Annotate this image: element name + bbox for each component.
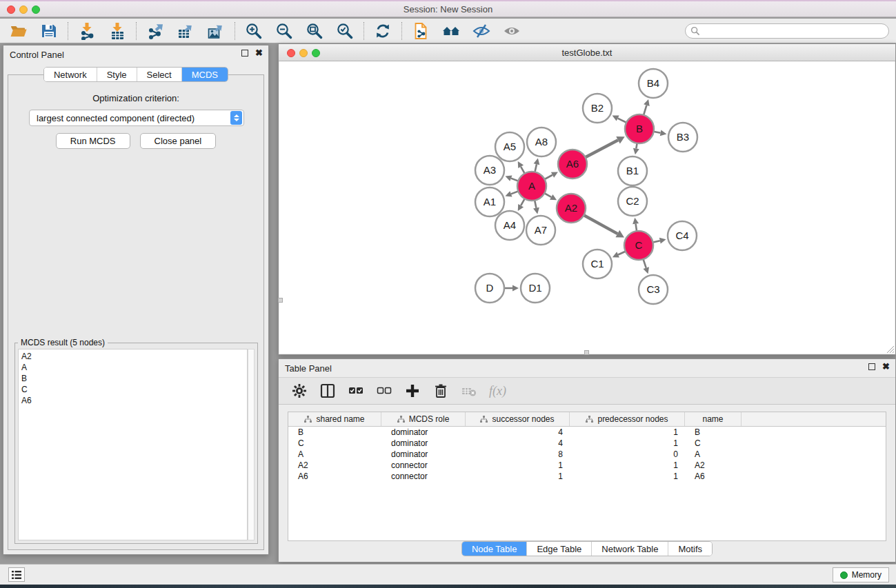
table-row[interactable]: Cdominator41C — [288, 438, 886, 449]
table-cell: 1 — [466, 471, 570, 482]
delete-table-icon[interactable] — [461, 383, 477, 399]
birds-eye-view-icon[interactable] — [503, 22, 521, 40]
network-window-titlebar[interactable]: testGlobe.txt — [279, 44, 895, 61]
close-panel-icon[interactable]: ✖ — [255, 50, 263, 57]
close-panel-button[interactable]: Close panel — [140, 133, 217, 149]
float-panel-icon[interactable] — [241, 50, 248, 57]
node-label-A8: A8 — [535, 136, 548, 148]
open-file-icon[interactable] — [10, 22, 28, 40]
table-cell: 4 — [466, 438, 570, 449]
import-table-icon[interactable] — [108, 22, 126, 40]
optimization-criterion-dropdown[interactable]: largest connected component (directed) — [29, 110, 244, 126]
node-label-A5: A5 — [504, 141, 516, 152]
table-row[interactable]: A6connector11A6 — [288, 471, 886, 482]
save-session-icon[interactable] — [40, 22, 58, 40]
zoom-selected-icon[interactable] — [336, 22, 354, 40]
select-all-checkboxes-icon[interactable] — [348, 383, 364, 399]
column-header-successor-nodes[interactable]: successor nodes — [466, 412, 570, 426]
table-cell: connector — [381, 471, 466, 482]
export-network-icon[interactable] — [146, 22, 164, 40]
node-label-A: A — [528, 180, 535, 192]
dropdown-stepper-icon — [230, 111, 242, 125]
column-label: predecessor nodes — [597, 414, 668, 424]
result-item[interactable]: A6 — [21, 395, 247, 406]
float-table-panel-icon[interactable] — [868, 363, 875, 370]
new-network-from-selection-icon[interactable] — [412, 22, 430, 40]
column-header-predecessor-nodes[interactable]: predecessor nodes — [570, 412, 685, 426]
node-label-C: C — [635, 239, 643, 251]
table-cell: A — [288, 449, 381, 460]
tab-node-table[interactable]: Node Table — [462, 542, 527, 556]
refresh-layout-icon[interactable] — [374, 22, 392, 40]
table-cell: C — [685, 438, 741, 449]
left-splitter-handle[interactable] — [278, 298, 283, 303]
deselect-all-checkboxes-icon[interactable] — [376, 383, 392, 399]
hide-graphics-details-icon[interactable] — [472, 22, 490, 40]
node-label-B2: B2 — [591, 102, 604, 114]
tab-edge-table[interactable]: Edge Table — [526, 542, 591, 556]
column-label: MCDS role — [409, 414, 450, 424]
close-table-panel-icon[interactable]: ✖ — [882, 363, 890, 370]
add-column-icon[interactable] — [404, 383, 421, 399]
import-network-icon[interactable] — [78, 22, 96, 40]
export-table-icon[interactable] — [177, 22, 195, 40]
zoom-fit-icon[interactable] — [306, 22, 323, 40]
tab-style[interactable]: Style — [97, 68, 137, 81]
tab-network[interactable]: Network — [44, 68, 97, 81]
table-panel-title: Table Panel — [285, 363, 332, 374]
table-cell: A — [685, 449, 741, 460]
zoom-in-icon[interactable] — [245, 22, 263, 40]
table-row[interactable]: Bdominator41B — [288, 427, 886, 438]
result-list-scrollbar[interactable] — [248, 349, 255, 540]
export-image-icon[interactable] — [207, 22, 225, 40]
table-cell: 8 — [466, 449, 570, 460]
column-header-MCDS-role[interactable]: MCDS role — [381, 412, 466, 426]
network-canvas[interactable]: B4B2BB3A8A5A6A3B1AA1C2A2A4A7C4CC1C3DD1 — [279, 61, 895, 354]
tab-network-table[interactable]: Network Table — [591, 542, 668, 556]
table-cell: A2 — [685, 460, 741, 471]
node-label-C4: C4 — [675, 230, 688, 241]
node-label-A6: A6 — [566, 158, 579, 170]
result-item[interactable]: B — [21, 373, 247, 384]
bottom-splitter-handle[interactable] — [584, 350, 589, 355]
show-home-panels-icon[interactable] — [442, 22, 460, 40]
zoom-out-icon[interactable] — [275, 22, 293, 40]
result-item[interactable]: A2 — [21, 351, 247, 362]
table-cell: dominator — [381, 427, 466, 438]
result-item[interactable]: C — [21, 384, 247, 395]
node-label-A4: A4 — [504, 219, 516, 231]
table-row[interactable]: A2connector11A2 — [288, 460, 886, 471]
delete-column-icon[interactable] — [432, 383, 449, 399]
node-label-A1: A1 — [484, 196, 496, 207]
run-mcds-button[interactable]: Run MCDS — [56, 133, 130, 149]
edge-arrowhead — [644, 99, 650, 106]
network-graph[interactable]: B4B2BB3A8A5A6A3B1AA1C2A2A4A7C4CC1C3DD1 — [279, 61, 895, 354]
table-panel-tabs: Node TableEdge TableNetwork TableMotifs — [461, 541, 713, 556]
result-item[interactable]: A — [21, 362, 247, 373]
tab-select[interactable]: Select — [137, 68, 181, 81]
memory-button[interactable]: Memory — [833, 567, 889, 582]
search-input[interactable] — [685, 23, 889, 39]
hierarchy-icon — [480, 416, 488, 423]
mcds-result-list[interactable]: A2ABCA6 — [18, 349, 248, 540]
main-toolbar — [0, 19, 896, 43]
show-columns-icon[interactable] — [319, 383, 336, 399]
table-settings-icon[interactable] — [291, 383, 308, 399]
hierarchy-icon — [397, 416, 405, 423]
network-view-window: testGlobe.txt B4B2BB3A8A5A6A3B1AA1C2A2A4… — [278, 43, 896, 355]
tab-mcds[interactable]: MCDS — [181, 68, 228, 81]
node-label-C1: C1 — [590, 258, 604, 270]
table-row[interactable]: Adominator80A — [288, 449, 886, 460]
table-cell: 1 — [570, 438, 685, 449]
table-cell: dominator — [381, 449, 466, 460]
tab-motifs[interactable]: Motifs — [668, 542, 712, 556]
status-bar: Memory — [0, 564, 896, 585]
table-cell: 1 — [570, 471, 685, 482]
table-cell: A6 — [288, 471, 381, 482]
task-history-button[interactable] — [8, 567, 25, 582]
column-header-name[interactable]: name — [685, 412, 741, 426]
column-header-shared-name[interactable]: shared name — [288, 412, 381, 426]
window-resize-grip[interactable] — [885, 344, 895, 354]
table-cell: 1 — [466, 460, 570, 471]
function-builder-icon[interactable]: f(x) — [489, 384, 506, 398]
